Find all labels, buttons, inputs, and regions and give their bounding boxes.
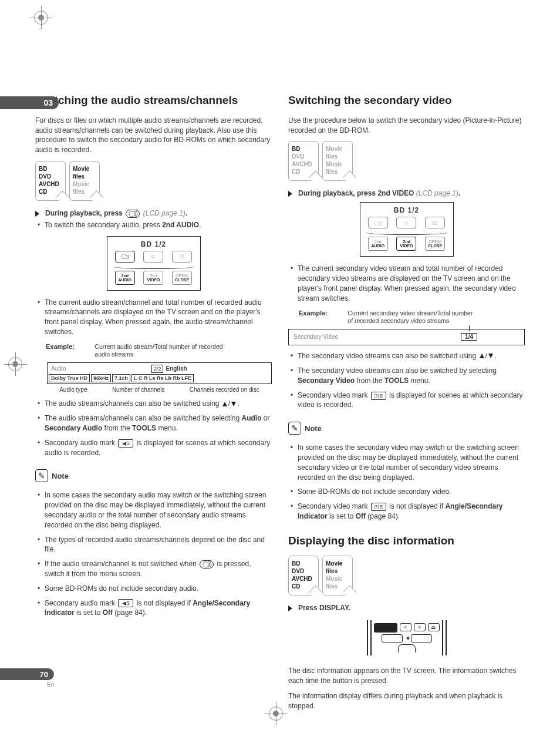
up-arrow-icon xyxy=(480,351,484,361)
page-content: Switching the audio streams/channels For… xyxy=(0,0,560,730)
chapter-label: 03 xyxy=(0,96,59,109)
example-label: Example: xyxy=(46,343,93,350)
remote-open-close: OPEN/CLOSE xyxy=(172,271,192,285)
remote-audio-icon: ◯)) xyxy=(368,217,388,228)
bullet-sv-mark: Secondary video mark ◳S is displayed for… xyxy=(298,391,525,411)
note-4: Some BD-ROMs do not include secondary au… xyxy=(45,584,272,594)
remote-2nd-video: 2ndVIDEO xyxy=(143,271,163,285)
example-desc: Current audio stream/Total number of rec… xyxy=(95,343,224,359)
triangle-bullet-icon xyxy=(288,191,292,197)
intro-text-video: Use the procedure below to switch the se… xyxy=(288,116,525,136)
bullet-secondary-mark: Secondary audio mark ◀S is displayed for… xyxy=(45,438,272,458)
closing-2: The information display differs during p… xyxy=(288,691,525,711)
remote-pip-icon: ◰ xyxy=(172,251,192,263)
remote-video-icon: ▭ xyxy=(143,251,163,263)
pip-s-icon: ◳S xyxy=(371,503,386,511)
disc-badges: BD DVD AVCHD CD Movie files Music files xyxy=(35,161,272,201)
panel-display xyxy=(374,623,397,633)
bullet-switch-updown: The audio streams/channels can also be s… xyxy=(45,399,272,409)
example-label: Example: xyxy=(299,310,346,317)
intro-text: For discs or files on which multiple aud… xyxy=(35,116,272,155)
heading-switch-audio: Switching the audio streams/channels xyxy=(35,94,272,107)
step-playback-press-video: During playback, press 2nd VIDEO (LCD pa… xyxy=(288,189,525,197)
bullet-sv-tools: The secondary video streams can also be … xyxy=(298,366,525,386)
badge-files: Movie files Music files xyxy=(322,556,353,596)
note-v2: Some BD-ROMs do not include secondary vi… xyxy=(298,487,525,497)
note-5: Secondary audio mark ◀S is not displayed… xyxy=(45,598,272,618)
pencil-icon xyxy=(35,469,48,482)
badge-files: Movie files Music files xyxy=(322,141,353,181)
remote-title: BD 1/2 xyxy=(364,206,450,214)
remote-2nd-audio: 2ndAUDIO xyxy=(368,237,388,251)
up-arrow-icon xyxy=(222,399,227,409)
bullet-switch-tools: The audio streams/channels can also be s… xyxy=(45,413,272,433)
note-1: In some cases the secondary audio may sw… xyxy=(45,490,272,530)
heading-display-disc-info: Displaying the disc information xyxy=(288,534,525,547)
speaker-s-icon: ◀S xyxy=(118,599,133,607)
panel-btn xyxy=(382,634,403,642)
audio-button-icon: ◯)) xyxy=(200,560,214,568)
language-code: En xyxy=(47,681,54,688)
right-column: Switching the secondary video Use the pr… xyxy=(288,94,525,717)
panel-btn xyxy=(411,634,432,642)
audio-osd-diagram: Audio 2/2 English Dolby True HD 96kHz 7.… xyxy=(47,362,272,393)
note-3: If the audio stream/channel is not switc… xyxy=(45,559,272,579)
desc-after-remote: The current audio stream/channel and tot… xyxy=(45,298,272,337)
note-2: The types of recorded audio streams/chan… xyxy=(45,535,272,555)
triangle-bullet-icon xyxy=(35,211,39,217)
panel-next: > xyxy=(414,623,426,631)
secondary-video-osd-diagram: Secondary Video 1/4 xyxy=(288,329,525,345)
audio-button-icon: ◯)) xyxy=(126,210,140,218)
page-number: 70 xyxy=(0,668,54,680)
remote-illustration-video: BD 1/2 ◯)) ▭ ◰ 2ndAUDIO 2ndVIDEO OPEN/CL… xyxy=(360,202,454,257)
pencil-icon xyxy=(288,422,301,435)
badge-discs: BD DVD AVCHD CD xyxy=(288,556,319,596)
remote-audio-icon: ◯)) xyxy=(115,251,135,263)
note-heading: Note xyxy=(35,469,69,482)
register-mark xyxy=(264,702,288,725)
register-mark xyxy=(4,352,27,376)
down-arrow-icon xyxy=(488,351,493,361)
desc-after-remote-video: The current secondary video stream and t… xyxy=(298,264,525,303)
remote-pip-icon: ◰ xyxy=(425,217,445,228)
remote-title: BD 1/2 xyxy=(111,240,197,248)
remote-illustration-audio: BD 1/2 ◯)) ▭ ◰ 2ndAUDIO 2ndVIDEO OPEN/CL… xyxy=(107,236,201,291)
remote-open-close: OPEN/CLOSE xyxy=(425,237,445,251)
note-v1: In some cases the secondary video may sw… xyxy=(298,443,525,482)
disc-badges-video: BD DVD AVCHD CD Movie files Music files xyxy=(288,141,525,181)
remote-video-icon: ▭ xyxy=(396,217,416,228)
remote-2nd-video: 2ndVIDEO xyxy=(396,237,416,251)
badge-files: Movie files Music files xyxy=(69,161,100,201)
step-press-display: Press DISPLAY. xyxy=(288,604,525,612)
panel-prev: < xyxy=(400,623,411,631)
example-desc: Current secondary video stream/Total num… xyxy=(348,310,477,325)
panel-eject: ⏏ xyxy=(428,623,440,631)
remote-2nd-audio: 2ndAUDIO xyxy=(115,271,135,285)
disc-badges-display: BD DVD AVCHD CD Movie files Music files xyxy=(288,556,525,596)
note-heading-video: Note xyxy=(288,422,322,435)
step-sub: To switch the secondary audio, press 2nd… xyxy=(45,220,272,230)
pip-s-icon: ◳S xyxy=(371,392,386,400)
speaker-s-icon: ◀S xyxy=(118,439,133,448)
register-mark xyxy=(29,6,53,29)
left-column: Switching the audio streams/channels For… xyxy=(35,94,272,717)
heading-switch-video: Switching the secondary video xyxy=(288,94,525,107)
panel-arc xyxy=(398,644,416,652)
step-playback-press-audio: During playback, press ◯)) (LCD page 1). xyxy=(35,209,272,218)
front-panel-illustration: < > ⏏ ✦ xyxy=(342,617,471,659)
note-v3: Secondary video mark ◳S is not displayed… xyxy=(298,502,525,522)
down-arrow-icon xyxy=(231,399,236,409)
closing-1: The disc information appears on the TV s… xyxy=(288,666,525,686)
badge-discs: BD DVD AVCHD CD xyxy=(288,141,319,181)
badge-discs: BD DVD AVCHD CD xyxy=(35,161,66,201)
bullet-sv-updown: The secondary video streams can also be … xyxy=(298,351,525,361)
triangle-bullet-icon xyxy=(288,605,292,611)
